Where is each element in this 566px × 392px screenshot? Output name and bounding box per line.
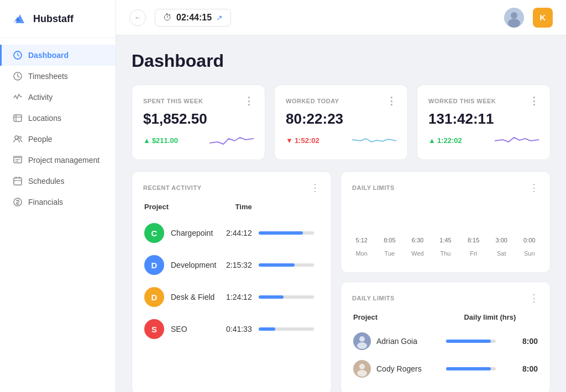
sidebar-item-timesheets-label: Timesheets <box>28 72 68 81</box>
bar-value-label: 1:45 <box>439 237 451 243</box>
sidebar-item-project-management-label: Project management <box>28 156 99 165</box>
sidebar-item-schedules-label: Schedules <box>28 177 64 186</box>
progress-bar-container <box>259 327 314 331</box>
timer-display: ⏱ 02:44:15 ↗ <box>155 9 231 27</box>
stat-menu-week[interactable]: ⋮ <box>529 96 539 106</box>
person-cell: Adrian Goia <box>353 332 445 350</box>
main-nav: Dashboard Timesheets Activity Locations <box>0 38 116 392</box>
svg-rect-12 <box>14 178 22 185</box>
svg-point-21 <box>357 342 367 349</box>
stat-card-week: WORKED THIS WEEK ⋮ 131:42:11 ▲ 1:22:02 <box>417 84 551 160</box>
col-project: Project <box>144 203 223 216</box>
top-header: ← ⏱ 02:44:15 ↗ K <box>116 0 566 35</box>
avatar-image <box>504 8 524 28</box>
project-cell: C Chargepoint <box>144 223 223 243</box>
table-row: S SEO 0:41:33 <box>144 314 319 345</box>
table-row: C Chargepoint 2:44:12 <box>144 218 319 248</box>
svg-point-22 <box>359 364 365 369</box>
svg-point-18 <box>511 12 517 19</box>
stat-footer-spent: ▲ $211.00 <box>143 132 254 149</box>
limits-title: DAILY LIMITS <box>352 295 395 301</box>
bar-day-label: Wed <box>411 250 423 257</box>
time-value: 2:15:32 <box>224 250 258 280</box>
limit-bar <box>446 340 491 343</box>
stat-card-today: WORKED TODAY ⋮ 80:22:23 ▼ 1:52:02 <box>274 84 408 160</box>
bar-value-label: 6:30 <box>412 237 423 243</box>
sidebar-item-financials[interactable]: Financials <box>0 192 116 213</box>
timer-expand-icon[interactable]: ↗ <box>216 13 223 22</box>
sidebar-item-activity[interactable]: Activity <box>0 87 116 108</box>
hubstaff-logo-icon <box>11 10 29 28</box>
progress-bar <box>259 327 275 331</box>
svg-point-23 <box>357 370 367 377</box>
svg-point-19 <box>508 19 520 28</box>
sidebar-item-activity-label: Activity <box>28 93 53 102</box>
bar-day-label: Thu <box>441 250 451 257</box>
limit-value: 8:00 <box>517 328 538 354</box>
avatar-img <box>353 332 371 350</box>
stat-value-today: 80:22:23 <box>286 110 396 128</box>
person-avatar <box>353 332 371 350</box>
bar-column: 8:15 Fri <box>464 237 483 257</box>
page-content: Dashboard SPENT THIS WEEK ⋮ $1,852.50 ▲ … <box>116 35 566 392</box>
sidebar-item-project-management[interactable]: Project management <box>0 150 116 171</box>
project-name: Development <box>171 261 217 269</box>
stat-footer-today: ▼ 1:52:02 <box>286 132 396 149</box>
svg-rect-4 <box>14 115 22 121</box>
person-name: Cody Rogers <box>376 364 422 373</box>
sidebar-item-people[interactable]: People <box>0 129 116 150</box>
sidebar-item-locations-label: Locations <box>28 114 61 123</box>
mini-chart-today <box>352 132 396 149</box>
stat-change-today: ▼ 1:52:02 <box>286 136 319 145</box>
recent-activity-menu[interactable]: ⋮ <box>310 183 320 193</box>
dashboard-icon <box>13 50 23 60</box>
project-name: Chargepoint <box>171 229 213 237</box>
page-title: Dashboard <box>132 51 551 71</box>
project-initial: C <box>144 223 164 243</box>
daily-limits-table-panel: DAILY LIMITS ⋮ Project Daily limit (hrs) <box>340 282 551 392</box>
mini-chart-spent <box>209 132 254 149</box>
recent-activity-header: RECENT ACTIVITY ⋮ <box>143 183 320 193</box>
limits-menu[interactable]: ⋮ <box>529 293 539 303</box>
recent-activity-panel: RECENT ACTIVITY ⋮ Project Time C Chargep… <box>132 171 332 392</box>
sidebar-item-locations[interactable]: Locations <box>0 108 116 129</box>
user-avatar[interactable] <box>504 8 524 28</box>
stat-menu-spent[interactable]: ⋮ <box>244 96 254 106</box>
timer-icon: ⏱ <box>163 13 172 23</box>
bar-column: 0:00 Sun <box>520 237 539 257</box>
sidebar-item-dashboard[interactable]: Dashboard <box>0 45 116 66</box>
chart-header: DAILY LIMITS ⋮ <box>352 183 539 193</box>
sidebar-item-schedules[interactable]: Schedules <box>0 171 116 192</box>
bar-day-label: Fri <box>470 250 477 257</box>
stat-change-week: ▲ 1:22:02 <box>428 136 462 145</box>
timer-value: 02:44:15 <box>176 13 212 23</box>
project-initial: D <box>144 255 164 275</box>
time-value: 2:44:12 <box>224 218 258 248</box>
sidebar-item-dashboard-label: Dashboard <box>28 51 69 60</box>
people-icon <box>13 134 23 144</box>
chart-menu[interactable]: ⋮ <box>529 183 539 193</box>
project-initial: D <box>144 287 164 307</box>
bar-day-label: Tue <box>385 250 395 257</box>
bar-value-label: 3:00 <box>495 237 507 243</box>
svg-point-8 <box>19 136 21 139</box>
user-initial-button[interactable]: K <box>533 8 553 28</box>
limit-value: 8:00 <box>517 356 538 382</box>
col-time: Time <box>224 203 258 216</box>
stat-menu-today[interactable]: ⋮ <box>386 96 397 106</box>
schedules-icon <box>13 176 23 186</box>
progress-bar <box>259 231 303 235</box>
sidebar-item-timesheets[interactable]: Timesheets <box>0 66 116 87</box>
bar-value-label: 8:05 <box>384 237 395 243</box>
activity-icon <box>13 92 23 102</box>
bar-column: 3:00 Sat <box>492 237 511 257</box>
project-cell: D Desk & Field <box>144 287 223 307</box>
table-row: Cody Rogers 8:00 <box>353 356 538 382</box>
chart-title: DAILY LIMITS <box>352 184 395 191</box>
progress-bar-container <box>259 231 314 235</box>
locations-icon <box>13 113 23 123</box>
stat-value-week: 131:42:11 <box>428 110 539 128</box>
back-button[interactable]: ← <box>129 9 146 26</box>
bar-day-label: Sat <box>497 250 506 257</box>
progress-bar <box>259 263 295 267</box>
